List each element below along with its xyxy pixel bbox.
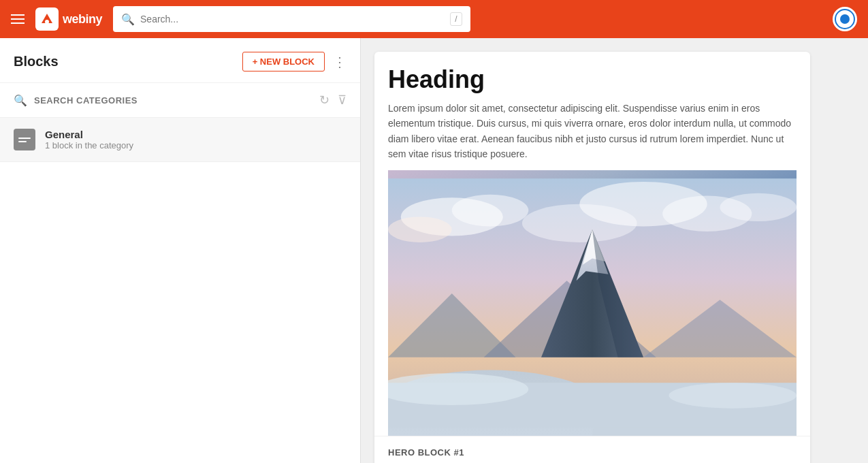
icon-line-1 bbox=[18, 138, 31, 139]
avatar-inner bbox=[836, 10, 854, 28]
category-item-general[interactable]: General 1 block in the category bbox=[0, 118, 360, 162]
category-icon-box bbox=[14, 129, 35, 150]
layout: Blocks + NEW BLOCK ⋮ 🔍 ↻ ⊽ bbox=[0, 38, 868, 463]
svg-point-21 bbox=[669, 383, 797, 409]
avatar[interactable] bbox=[833, 7, 857, 31]
refresh-icon[interactable]: ↻ bbox=[319, 93, 329, 108]
svg-point-8 bbox=[388, 217, 452, 242]
new-block-button[interactable]: + NEW BLOCK bbox=[242, 52, 325, 71]
category-search-icon: 🔍 bbox=[14, 94, 27, 107]
sidebar-title: Blocks bbox=[14, 54, 59, 69]
category-search-bar: 🔍 ↻ ⊽ bbox=[0, 83, 360, 118]
more-options-icon[interactable]: ⋮ bbox=[333, 54, 347, 70]
search-icon: 🔍 bbox=[121, 13, 135, 26]
category-list: General 1 block in the category bbox=[0, 118, 360, 463]
block-card: Heading Lorem ipsum dolor sit amet, cons… bbox=[374, 52, 810, 463]
category-search-input[interactable] bbox=[34, 95, 312, 106]
block-heading: Heading bbox=[388, 65, 797, 94]
sidebar-header: Blocks + NEW BLOCK ⋮ bbox=[0, 38, 360, 83]
menu-icon[interactable] bbox=[11, 14, 25, 24]
sidebar: Blocks + NEW BLOCK ⋮ 🔍 ↻ ⊽ bbox=[0, 38, 361, 463]
navbar: webiny 🔍 / bbox=[0, 0, 868, 38]
icon-line-2 bbox=[18, 141, 27, 142]
search-bar[interactable]: 🔍 / bbox=[113, 6, 470, 32]
logo-icon bbox=[35, 7, 59, 31]
mountain-svg bbox=[388, 170, 797, 436]
logo-text: webiny bbox=[63, 12, 102, 27]
svg-point-1 bbox=[45, 20, 49, 24]
svg-point-9 bbox=[522, 204, 637, 242]
block-image bbox=[388, 170, 797, 436]
block-label: HERO BLOCK #1 bbox=[388, 447, 464, 458]
category-count: 1 block in the category bbox=[45, 140, 133, 150]
avatar-dot bbox=[840, 14, 850, 24]
filter-icon[interactable]: ⊽ bbox=[338, 93, 347, 108]
category-icon-inner bbox=[18, 138, 31, 142]
block-footer: HERO BLOCK #1 bbox=[374, 436, 810, 463]
block-text: Lorem ipsum dolor sit amet, consectetur … bbox=[388, 101, 797, 162]
search-shortcut: / bbox=[450, 12, 462, 26]
block-preview: Heading Lorem ipsum dolor sit amet, cons… bbox=[374, 52, 810, 436]
category-info: General 1 block in the category bbox=[45, 129, 133, 150]
logo: webiny bbox=[35, 7, 102, 31]
main-content: Heading Lorem ipsum dolor sit amet, cons… bbox=[361, 38, 868, 463]
category-actions: ↻ ⊽ bbox=[319, 93, 347, 108]
sidebar-actions: + NEW BLOCK ⋮ bbox=[242, 52, 347, 71]
svg-point-4 bbox=[452, 194, 529, 226]
category-name: General bbox=[45, 129, 133, 140]
search-input[interactable] bbox=[140, 14, 445, 25]
svg-point-7 bbox=[720, 193, 797, 221]
